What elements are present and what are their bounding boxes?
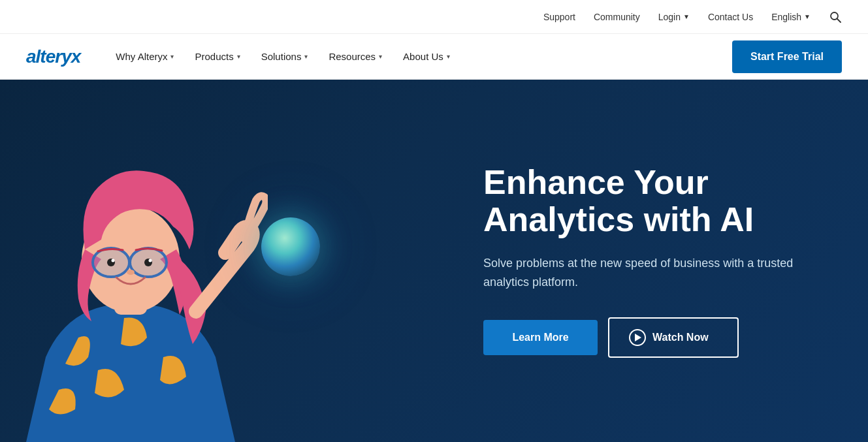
orb-decoration: [261, 217, 320, 276]
nav-label: Solutions: [261, 51, 302, 62]
nav-label: Why Alteryx: [116, 51, 167, 62]
nav-item-products[interactable]: Products ▾: [185, 46, 249, 67]
svg-point-13: [149, 259, 152, 262]
nav-item-solutions[interactable]: Solutions ▾: [252, 46, 317, 67]
watch-now-label: Watch Now: [652, 332, 709, 343]
watch-now-button[interactable]: Watch Now: [608, 317, 739, 358]
chevron-down-icon: ▾: [237, 53, 240, 60]
contact-link[interactable]: Contact Us: [708, 12, 753, 22]
nav-label: About Us: [403, 51, 443, 62]
hero-illustration: [0, 80, 281, 442]
language-selector[interactable]: English ▼: [771, 12, 811, 22]
start-free-trial-button[interactable]: Start Free Trial: [732, 40, 842, 73]
svg-point-15: [127, 270, 135, 275]
svg-line-1: [837, 18, 841, 22]
login-link[interactable]: Login ▼: [658, 12, 690, 22]
character-svg: [0, 129, 268, 442]
hero-content: Enhance Your Analytics with AI Solve pro…: [457, 125, 849, 398]
main-navigation: alteryx Why Alteryx ▾ Products ▾ Solutio…: [0, 34, 868, 80]
chevron-down-icon: ▾: [379, 53, 382, 60]
nav-item-about-us[interactable]: About Us ▾: [394, 46, 459, 67]
community-link[interactable]: Community: [594, 12, 640, 22]
search-icon: [829, 10, 842, 24]
play-circle-icon: [629, 329, 646, 346]
support-link[interactable]: Support: [543, 12, 575, 22]
chevron-down-icon: ▾: [447, 53, 450, 60]
learn-more-button[interactable]: Learn More: [483, 320, 598, 355]
chevron-down-icon: ▾: [304, 53, 308, 60]
nav-links: Why Alteryx ▾ Products ▾ Solutions ▾ Res…: [106, 46, 732, 67]
logo[interactable]: alteryx: [26, 46, 80, 67]
top-utility-bar: Support Community Login ▼ Contact Us Eng…: [0, 0, 868, 34]
hero-buttons: Learn More Watch Now: [483, 317, 823, 358]
hero-subtitle: Solve problems at the new speed of busin…: [483, 254, 823, 292]
login-chevron-icon: ▼: [683, 13, 690, 20]
chevron-down-icon: ▾: [170, 53, 174, 60]
language-chevron-icon: ▼: [804, 13, 811, 20]
hero-section: Enhance Your Analytics with AI Solve pro…: [0, 80, 868, 442]
login-label: Login: [658, 12, 681, 22]
nav-label: Resources: [329, 51, 376, 62]
play-triangle-icon: [635, 334, 641, 341]
hero-title: Enhance Your Analytics with AI: [483, 164, 823, 238]
nav-label: Products: [195, 51, 233, 62]
language-label: English: [771, 12, 801, 22]
nav-item-why-alteryx[interactable]: Why Alteryx ▾: [106, 46, 183, 67]
search-button[interactable]: [829, 10, 842, 24]
svg-point-12: [112, 259, 115, 262]
nav-item-resources[interactable]: Resources ▾: [319, 46, 391, 67]
